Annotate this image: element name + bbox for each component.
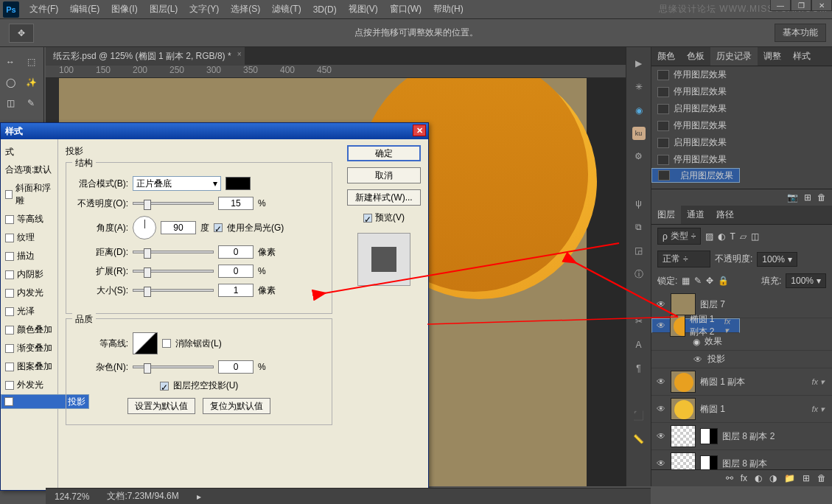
- contour-picker[interactable]: [133, 332, 158, 354]
- doc-size-display[interactable]: 文档:7.23M/94.6M: [107, 490, 178, 503]
- checkbox-icon[interactable]: [5, 234, 14, 242]
- menu-type[interactable]: 文字(Y): [183, 0, 225, 18]
- adjustments-icon[interactable]: ⚙: [632, 149, 646, 164]
- style-item[interactable]: 图案叠加: [1, 357, 57, 376]
- nav-icon[interactable]: ◲: [632, 243, 646, 258]
- play-icon[interactable]: ▶: [632, 56, 646, 71]
- trash-icon[interactable]: 🗑: [817, 473, 826, 483]
- preview-checkbox[interactable]: ✓: [363, 214, 372, 223]
- layer-row[interactable]: 👁图层 8 副本: [651, 450, 832, 469]
- filter-shape-icon[interactable]: ▱: [740, 231, 747, 242]
- checkbox-icon[interactable]: [5, 381, 14, 390]
- brush-icon[interactable]: ✳: [632, 80, 646, 94]
- filter-adjust-icon[interactable]: ◐: [718, 231, 725, 242]
- window-maximize-button[interactable]: ❐: [791, 0, 811, 11]
- window-close-button[interactable]: ✕: [811, 0, 832, 11]
- lasso-tool-icon[interactable]: ◯: [1, 73, 20, 92]
- history-item[interactable]: 启用图层效果: [651, 134, 832, 151]
- move-tool-icon[interactable]: ↔: [1, 52, 20, 71]
- tab-swatches[interactable]: 色板: [681, 47, 710, 66]
- menu-image[interactable]: 图像(I): [105, 0, 143, 18]
- tab-paths[interactable]: 路径: [710, 206, 740, 224]
- size-slider[interactable]: [133, 289, 214, 292]
- char-icon[interactable]: A: [632, 337, 646, 352]
- measure-icon[interactable]: 📏: [632, 432, 646, 447]
- style-item[interactable]: 纹理: [1, 228, 57, 247]
- filter-type-icon[interactable]: T: [730, 231, 735, 242]
- checkbox-icon[interactable]: [5, 326, 14, 335]
- fx-badge[interactable]: fx ▾: [811, 377, 828, 387]
- global-light-checkbox[interactable]: ✓: [214, 223, 223, 232]
- wand-tool-icon[interactable]: ✨: [21, 73, 41, 92]
- move-tool-icon[interactable]: ✥: [9, 24, 34, 43]
- opacity-slider[interactable]: [133, 202, 214, 205]
- style-item[interactable]: 内发光: [1, 284, 57, 302]
- eyedropper-tool-icon[interactable]: ✎: [21, 94, 41, 113]
- tab-layers[interactable]: 图层: [651, 206, 681, 224]
- opacity-input[interactable]: [218, 197, 254, 210]
- menu-layer[interactable]: 图层(L): [144, 0, 184, 18]
- style-item[interactable]: 外发光: [1, 376, 57, 394]
- visibility-icon[interactable]: 👁: [656, 458, 666, 469]
- style-item[interactable]: 斜面和浮雕: [1, 179, 57, 210]
- menu-window[interactable]: 窗口(W): [384, 0, 427, 18]
- spread-input[interactable]: [218, 265, 254, 278]
- para-icon[interactable]: ¶: [632, 361, 646, 376]
- fx-badge[interactable]: fx ▾: [724, 317, 735, 335]
- trash-icon[interactable]: 🗑: [817, 192, 826, 203]
- set-default-button[interactable]: 设置为默认值: [127, 398, 195, 414]
- brush-preset-icon[interactable]: ψ: [632, 196, 646, 211]
- visibility-icon[interactable]: 👁: [656, 404, 666, 414]
- menu-file[interactable]: 文件(F): [24, 0, 64, 18]
- checkbox-icon[interactable]: [5, 190, 13, 199]
- selection-tool-icon[interactable]: ⬚: [21, 52, 41, 71]
- cancel-button[interactable]: 取消: [347, 167, 421, 183]
- angle-input[interactable]: [161, 221, 196, 234]
- visibility-icon[interactable]: 👁: [657, 321, 665, 331]
- layer-row[interactable]: 👁图层 8 副本 2: [651, 423, 832, 450]
- shadow-color-swatch[interactable]: [226, 177, 251, 190]
- close-icon[interactable]: ×: [237, 50, 242, 58]
- history-item[interactable]: 停用图层效果: [651, 66, 832, 83]
- layer-effect-row[interactable]: 👁投影: [651, 351, 832, 368]
- menu-select[interactable]: 选择(S): [225, 0, 266, 18]
- layer-row[interactable]: 👁椭圆 1 副本 2fx ▾: [651, 318, 740, 333]
- menu-help[interactable]: 帮助(H): [427, 0, 469, 18]
- filter-kind-select[interactable]: ρ类型÷: [657, 228, 701, 245]
- style-item[interactable]: 等高线: [1, 210, 57, 228]
- fx-badge[interactable]: fx ▾: [811, 405, 828, 414]
- checkbox-icon[interactable]: ✓: [4, 397, 13, 406]
- style-item[interactable]: 内阴影: [1, 265, 57, 284]
- window-minimize-button[interactable]: —: [770, 0, 791, 11]
- history-item[interactable]: 启用图层效果: [651, 168, 740, 183]
- angle-dial[interactable]: [133, 216, 156, 239]
- checkbox-icon[interactable]: [5, 344, 14, 353]
- visibility-icon[interactable]: 👁: [656, 299, 666, 309]
- filter-pixel-icon[interactable]: ▨: [705, 231, 713, 242]
- blend-mode-select[interactable]: 正片叠底▾: [133, 176, 221, 191]
- zoom-display[interactable]: 124.72%: [55, 491, 89, 502]
- group-icon[interactable]: 📁: [784, 473, 795, 483]
- tab-adjust[interactable]: 调整: [758, 47, 787, 66]
- style-item[interactable]: 描边: [1, 247, 57, 265]
- menu-edit[interactable]: 编辑(E): [64, 0, 105, 18]
- spread-slider[interactable]: [133, 270, 214, 273]
- style-item[interactable]: 颜色叠加: [1, 321, 57, 339]
- reset-default-button[interactable]: 复位为默认值: [203, 398, 270, 414]
- dialog-close-button[interactable]: ✕: [413, 125, 426, 136]
- distance-input[interactable]: [218, 245, 254, 259]
- history-item[interactable]: 停用图层效果: [651, 83, 832, 100]
- filter-smart-icon[interactable]: ◫: [751, 231, 759, 242]
- distance-slider[interactable]: [133, 251, 214, 253]
- blending-options-item[interactable]: 合选项:默认: [1, 161, 57, 179]
- visibility-icon[interactable]: 👁: [693, 354, 703, 365]
- clone-icon[interactable]: ⧉: [632, 220, 646, 234]
- menu-3d[interactable]: 3D(D): [307, 1, 343, 18]
- menu-view[interactable]: 视图(V): [343, 0, 384, 18]
- checkbox-icon[interactable]: [5, 307, 14, 316]
- lock-paint-icon[interactable]: ✎: [694, 276, 702, 286]
- new-layer-icon[interactable]: ⊞: [803, 473, 810, 483]
- mask-icon[interactable]: ◐: [755, 473, 762, 483]
- fill-input[interactable]: 100%▾: [786, 273, 826, 288]
- lock-trans-icon[interactable]: ▦: [682, 276, 690, 286]
